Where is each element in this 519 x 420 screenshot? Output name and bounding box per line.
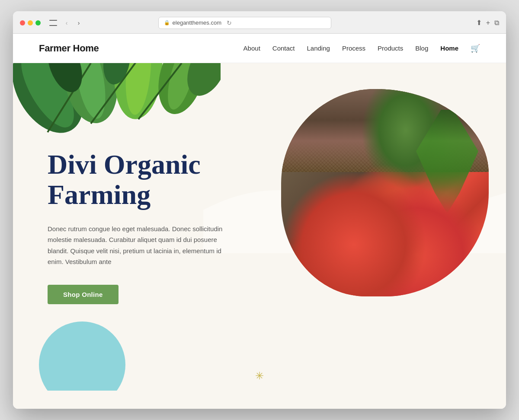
browser-window: ‹ › 🔒 elegantthemes.com ↻ ⬆ + ⧉ Farmer H… bbox=[13, 11, 506, 409]
hero-section: Divi Organic Farming Donec rutrum congue… bbox=[13, 63, 506, 391]
address-bar[interactable]: 🔒 elegantthemes.com ↻ bbox=[158, 17, 331, 29]
new-tab-button[interactable]: + bbox=[486, 19, 490, 27]
url-text: elegantthemes.com bbox=[173, 19, 221, 26]
site-navigation: Farmer Home About Contact Landing Proces… bbox=[13, 34, 506, 63]
hero-content: Divi Organic Farming Donec rutrum congue… bbox=[13, 63, 255, 330]
website-content: Farmer Home About Contact Landing Proces… bbox=[13, 34, 506, 409]
site-logo[interactable]: Farmer Home bbox=[39, 43, 99, 54]
nav-link-contact[interactable]: Contact bbox=[272, 45, 295, 52]
bottom-section: ✳ bbox=[13, 330, 506, 391]
hero-image-blob bbox=[281, 89, 489, 296]
nav-link-products[interactable]: Products bbox=[378, 45, 403, 52]
sun-icon: ✳ bbox=[255, 370, 264, 382]
hero-title: Divi Organic Farming bbox=[48, 150, 255, 210]
nav-link-blog[interactable]: Blog bbox=[415, 45, 428, 52]
nav-links: About Contact Landing Process Products B… bbox=[243, 44, 480, 53]
reload-button[interactable]: ↻ bbox=[227, 19, 232, 26]
browser-controls: ‹ › bbox=[62, 19, 83, 27]
traffic-lights bbox=[20, 20, 41, 25]
traffic-light-red[interactable] bbox=[20, 20, 25, 25]
traffic-light-green[interactable] bbox=[35, 20, 41, 25]
hero-image-container bbox=[281, 89, 489, 296]
hero-description: Donec rutrum congue leo eget malesuada. … bbox=[48, 223, 229, 267]
back-button[interactable]: ‹ bbox=[62, 19, 71, 27]
sidebar-toggle-icon[interactable] bbox=[49, 20, 57, 26]
teal-circle-decoration bbox=[39, 321, 125, 391]
nav-link-landing[interactable]: Landing bbox=[307, 45, 330, 52]
share-button[interactable]: ⬆ bbox=[476, 19, 482, 27]
cart-icon[interactable]: 🛒 bbox=[471, 44, 480, 53]
nav-link-about[interactable]: About bbox=[243, 45, 260, 52]
nav-link-process[interactable]: Process bbox=[342, 45, 365, 52]
lock-icon: 🔒 bbox=[164, 20, 170, 25]
browser-actions: ⬆ + ⧉ bbox=[476, 19, 499, 27]
browser-chrome: ‹ › 🔒 elegantthemes.com ↻ ⬆ + ⧉ bbox=[13, 11, 506, 34]
shop-online-button[interactable]: Shop Online bbox=[48, 285, 119, 304]
tabs-button[interactable]: ⧉ bbox=[494, 19, 499, 27]
traffic-light-yellow[interactable] bbox=[28, 20, 33, 25]
nav-link-home[interactable]: Home bbox=[440, 45, 458, 52]
vegetable-scene bbox=[281, 89, 489, 296]
forward-button[interactable]: › bbox=[74, 19, 83, 27]
